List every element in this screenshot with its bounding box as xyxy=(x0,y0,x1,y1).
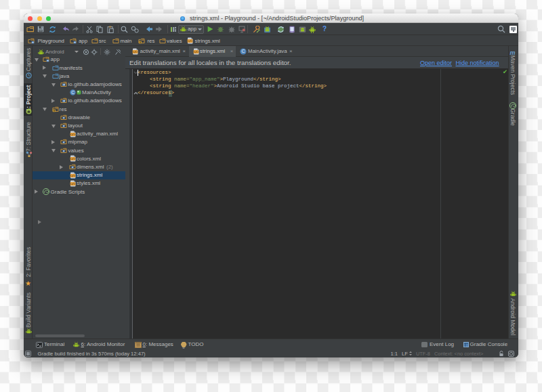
svg-text:C: C xyxy=(241,49,245,53)
svg-text:C: C xyxy=(71,90,75,95)
